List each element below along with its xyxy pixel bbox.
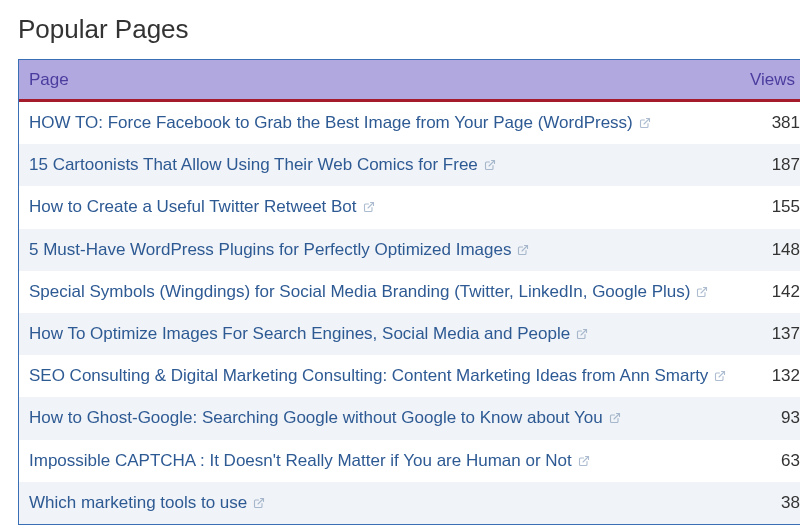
- table-row: How to Create a Useful Twitter Retweet B…: [19, 186, 800, 228]
- views-cell: 187: [750, 155, 800, 175]
- external-link-icon[interactable]: [609, 412, 621, 424]
- page-link[interactable]: SEO Consulting & Digital Marketing Consu…: [19, 366, 750, 386]
- page-link-text: Impossible CAPTCHA : It Doesn't Really M…: [29, 451, 572, 470]
- svg-line-1: [489, 161, 495, 167]
- svg-line-0: [644, 119, 650, 125]
- column-header-page[interactable]: Page: [19, 70, 750, 90]
- page-link[interactable]: HOW TO: Force Facebook to Grab the Best …: [19, 113, 750, 133]
- svg-line-9: [258, 498, 264, 504]
- page-link-text: How To Optimize Images For Search Engine…: [29, 324, 570, 343]
- table-row: 5 Must-Have WordPress Plugins for Perfec…: [19, 229, 800, 271]
- page-link[interactable]: How to Ghost-Google: Searching Google wi…: [19, 408, 750, 428]
- views-cell: 132: [750, 366, 800, 386]
- svg-line-2: [368, 203, 374, 209]
- views-cell: 155: [750, 197, 800, 217]
- table-row: Special Symbols (Wingdings) for Social M…: [19, 271, 800, 313]
- svg-line-4: [701, 287, 707, 293]
- svg-line-3: [522, 245, 528, 251]
- table-body: HOW TO: Force Facebook to Grab the Best …: [19, 102, 800, 524]
- page-link-text: HOW TO: Force Facebook to Grab the Best …: [29, 113, 633, 132]
- page-link[interactable]: 15 Cartoonists That Allow Using Their We…: [19, 155, 750, 175]
- svg-line-5: [581, 330, 587, 336]
- page-link[interactable]: How To Optimize Images For Search Engine…: [19, 324, 750, 344]
- external-link-icon[interactable]: [363, 201, 375, 213]
- views-cell: 381: [750, 113, 800, 133]
- external-link-icon[interactable]: [696, 286, 708, 298]
- views-cell: 137: [750, 324, 800, 344]
- external-link-icon[interactable]: [253, 497, 265, 509]
- page-link[interactable]: Which marketing tools to use: [19, 493, 750, 513]
- table-row: 15 Cartoonists That Allow Using Their We…: [19, 144, 800, 186]
- table-header: Page Views: [19, 60, 800, 102]
- table-row: How to Ghost-Google: Searching Google wi…: [19, 397, 800, 439]
- panel-title: Popular Pages: [18, 14, 800, 45]
- page-link-text: Which marketing tools to use: [29, 493, 247, 512]
- external-link-icon[interactable]: [576, 328, 588, 340]
- page-link-text: How to Create a Useful Twitter Retweet B…: [29, 197, 357, 216]
- page-link-text: Special Symbols (Wingdings) for Social M…: [29, 282, 690, 301]
- svg-line-6: [719, 372, 725, 378]
- views-cell: 93: [750, 408, 800, 428]
- page-link-text: SEO Consulting & Digital Marketing Consu…: [29, 366, 708, 385]
- page-link-text: 5 Must-Have WordPress Plugins for Perfec…: [29, 240, 511, 259]
- table-row: How To Optimize Images For Search Engine…: [19, 313, 800, 355]
- page-link[interactable]: How to Create a Useful Twitter Retweet B…: [19, 197, 750, 217]
- views-cell: 142: [750, 282, 800, 302]
- popular-pages-table: Page Views HOW TO: Force Facebook to Gra…: [18, 59, 800, 525]
- table-row: Which marketing tools to use38: [19, 482, 800, 524]
- views-cell: 38: [750, 493, 800, 513]
- table-row: Impossible CAPTCHA : It Doesn't Really M…: [19, 440, 800, 482]
- external-link-icon[interactable]: [578, 455, 590, 467]
- svg-line-7: [614, 414, 620, 420]
- external-link-icon[interactable]: [639, 117, 651, 129]
- page-link-text: 15 Cartoonists That Allow Using Their We…: [29, 155, 478, 174]
- external-link-icon[interactable]: [517, 244, 529, 256]
- column-header-views[interactable]: Views: [750, 70, 800, 90]
- views-cell: 63: [750, 451, 800, 471]
- svg-line-8: [583, 456, 589, 462]
- page-link[interactable]: Impossible CAPTCHA : It Doesn't Really M…: [19, 451, 750, 471]
- page-link-text: How to Ghost-Google: Searching Google wi…: [29, 408, 603, 427]
- page-link[interactable]: 5 Must-Have WordPress Plugins for Perfec…: [19, 240, 750, 260]
- table-row: SEO Consulting & Digital Marketing Consu…: [19, 355, 800, 397]
- external-link-icon[interactable]: [714, 370, 726, 382]
- external-link-icon[interactable]: [484, 159, 496, 171]
- views-cell: 148: [750, 240, 800, 260]
- popular-pages-panel: Popular Pages Page Views HOW TO: Force F…: [0, 0, 800, 525]
- table-row: HOW TO: Force Facebook to Grab the Best …: [19, 102, 800, 144]
- page-link[interactable]: Special Symbols (Wingdings) for Social M…: [19, 282, 750, 302]
